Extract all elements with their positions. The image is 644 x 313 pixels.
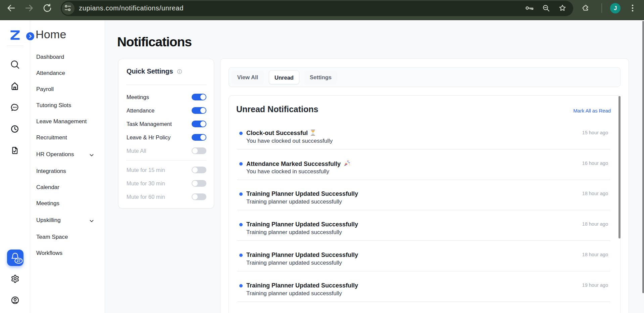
svg-text:27: 27 [17,259,21,263]
